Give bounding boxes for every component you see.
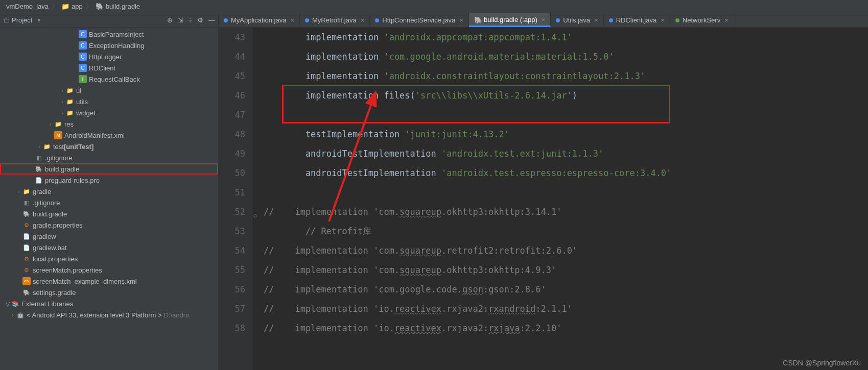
fld-icon: 🤖	[16, 311, 25, 319]
tree-item[interactable]: CRDClient	[0, 62, 218, 73]
tab-label: RDClient.java	[616, 16, 656, 24]
tree-item[interactable]: CHttpLogger	[0, 51, 218, 62]
code-line[interactable]: implementation 'androidx.constraintlayou…	[264, 66, 868, 86]
tree-item[interactable]: ›📁gradle	[0, 186, 218, 197]
settings-icon[interactable]: ⚙	[197, 16, 203, 24]
expand-icon[interactable]: ⇲	[178, 16, 183, 24]
tree-item[interactable]: ⚙local.properties	[0, 253, 218, 264]
code-line[interactable]: // implementation 'io.reactivex.rxjava2:…	[264, 318, 868, 338]
line-number: 44	[219, 47, 245, 66]
tree-item[interactable]: CExceptionHandling	[0, 40, 218, 51]
code-line[interactable]	[264, 105, 868, 125]
tree-item-label: utils	[76, 98, 88, 106]
tree-item[interactable]: 🐘build.gradle	[0, 163, 218, 175]
fold-icon[interactable]: ⊖	[253, 206, 257, 226]
tree-item[interactable]: ›🤖< Android API 33, extension level 3 Pl…	[0, 309, 218, 320]
tree-item[interactable]: 📄gradlew	[0, 231, 218, 242]
dropdown-icon[interactable]: ▼	[36, 17, 41, 23]
tree-item[interactable]: 🐘build.gradle	[0, 208, 218, 219]
close-icon[interactable]: ×	[724, 16, 729, 24]
code-line[interactable]: // implementation 'com.squareup.retrofit…	[264, 241, 868, 260]
code-line[interactable]: implementation 'com.google.android.mater…	[264, 47, 868, 66]
hide-icon[interactable]: —	[208, 16, 215, 24]
crumb-file[interactable]: 🐘build.gradle	[93, 3, 142, 10]
code-line[interactable]: implementation 'androidx.appcompat:appco…	[264, 28, 868, 47]
editor-tab[interactable]: MyApplication.java×	[219, 13, 300, 27]
code-editor[interactable]: 43444546474849505152535455565758 impleme…	[219, 28, 868, 370]
file-icon: 📄	[35, 176, 43, 184]
tree-item-path: D:\andro	[164, 311, 190, 319]
tree-item[interactable]: ›📁widget	[0, 107, 218, 118]
locate-icon[interactable]: ⊕	[167, 16, 173, 24]
file-type-icon	[675, 18, 679, 22]
editor-tab[interactable]: HttpConnectService.java×	[370, 13, 469, 27]
code-line[interactable]: // Retrofit库	[264, 221, 868, 241]
project-header: 🗀 Project ▼ ⊕ ⇲ ÷ ⚙ —	[0, 13, 218, 28]
close-icon[interactable]: ×	[542, 16, 546, 23]
crumb-file-label: build.gradle	[106, 3, 140, 10]
tree-item[interactable]: ⚙screenMatch.properties	[0, 264, 218, 276]
tree-item-label: proguard-rules.pro	[45, 177, 100, 184]
kt-icon: C	[79, 53, 87, 61]
close-icon[interactable]: ×	[661, 16, 665, 24]
project-title: Project	[12, 16, 32, 24]
tree-item[interactable]: 📄gradlew.bat	[0, 242, 218, 253]
tree-item[interactable]: ›📁utils	[0, 96, 218, 107]
close-icon[interactable]: ×	[361, 16, 365, 24]
editor-tab[interactable]: 🐘build.gradle (:app)×	[469, 13, 551, 27]
file-type-icon	[375, 18, 379, 22]
tree-item[interactable]: IRequestCallBack	[0, 73, 218, 85]
editor-tab[interactable]: MyRetrofit.java×	[300, 13, 370, 27]
editor-tabs: MyApplication.java×MyRetrofit.java×HttpC…	[219, 13, 868, 28]
tree-item[interactable]: ›📁test [unitTest]	[0, 141, 218, 152]
tree-item[interactable]: MAndroidManifest.xml	[0, 130, 218, 141]
editor-tab[interactable]: NetworkServ×	[670, 13, 734, 27]
project-panel: 🗀 Project ▼ ⊕ ⇲ ÷ ⚙ — CBasicParamsInject…	[0, 13, 219, 370]
code-line[interactable]	[264, 183, 868, 202]
tree-item[interactable]: CBasicParamsInject	[0, 29, 218, 40]
tree-item[interactable]: ⚙gradle.properties	[0, 219, 218, 231]
tree-item[interactable]: ›📁ui	[0, 85, 218, 96]
close-icon[interactable]: ×	[459, 16, 463, 24]
tree-item-label: build.gradle	[45, 165, 79, 173]
fld-icon: 📚	[11, 300, 19, 308]
tree-item[interactable]: 🐘settings.gradle	[0, 287, 218, 298]
tree-item[interactable]: ◧.gitignore	[0, 152, 218, 163]
xml-icon: M	[54, 131, 62, 139]
tree-item-label: BasicParamsInject	[89, 31, 144, 38]
project-icon: 🗀	[3, 16, 10, 24]
fld-icon: 📁	[66, 97, 74, 106]
collapse-icon[interactable]: ÷	[189, 16, 192, 24]
gradle-icon: 🐘	[474, 16, 481, 23]
editor-tab[interactable]: RDClient.java×	[604, 13, 670, 27]
close-icon[interactable]: ×	[594, 16, 598, 24]
tree-arrow-icon: ›	[36, 144, 43, 150]
code-line[interactable]: implementation files('src\\libs\\xUtils-…	[264, 86, 868, 105]
editor-tab[interactable]: Utils.java×	[551, 13, 603, 27]
line-number: 45	[219, 66, 245, 86]
tree-item[interactable]: ◧.gitignore	[0, 197, 218, 208]
line-number: 54	[219, 241, 245, 260]
tree-item-label: settings.gradle	[33, 289, 76, 297]
code-line[interactable]: // implementation 'com.squareup.okhttp3:…	[264, 202, 868, 221]
tree-item-label: RequestCallBack	[89, 76, 140, 83]
tree-item[interactable]: <>screenMatch_example_dimens.xml	[0, 276, 218, 287]
tree-item-label: gradlew.bat	[33, 244, 67, 252]
code-line[interactable]: // implementation 'com.squareup.okhttp3:…	[264, 260, 868, 280]
tree-item[interactable]: 📄proguard-rules.pro	[0, 175, 218, 186]
code-line[interactable]: androidTestImplementation 'androidx.test…	[264, 144, 868, 163]
fld-icon: 📁	[22, 187, 31, 195]
breadcrumb: vmDemo_java 〉 📁app 〉 🐘build.gradle	[0, 0, 868, 13]
crumb-app[interactable]: 📁app	[59, 3, 85, 10]
code-area[interactable]: implementation 'androidx.appcompat:appco…	[252, 28, 868, 370]
code-line[interactable]: testImplementation 'junit:junit:4.13.2'	[264, 125, 868, 144]
project-tree[interactable]: CBasicParamsInjectCExceptionHandlingCHtt…	[0, 28, 218, 370]
tree-item-label: HttpLogger	[89, 53, 122, 61]
close-icon[interactable]: ×	[290, 16, 294, 24]
code-line[interactable]: // implementation 'com.google.code.gson:…	[264, 280, 868, 299]
crumb-root[interactable]: vmDemo_java	[4, 3, 51, 10]
tree-item[interactable]: ⋁📚External Libraries	[0, 298, 218, 309]
code-line[interactable]: androidTestImplementation 'androidx.test…	[264, 163, 868, 183]
tree-item[interactable]: ›📁res	[0, 118, 218, 130]
code-line[interactable]: // implementation 'io.reactivex.rxjava2:…	[264, 299, 868, 318]
